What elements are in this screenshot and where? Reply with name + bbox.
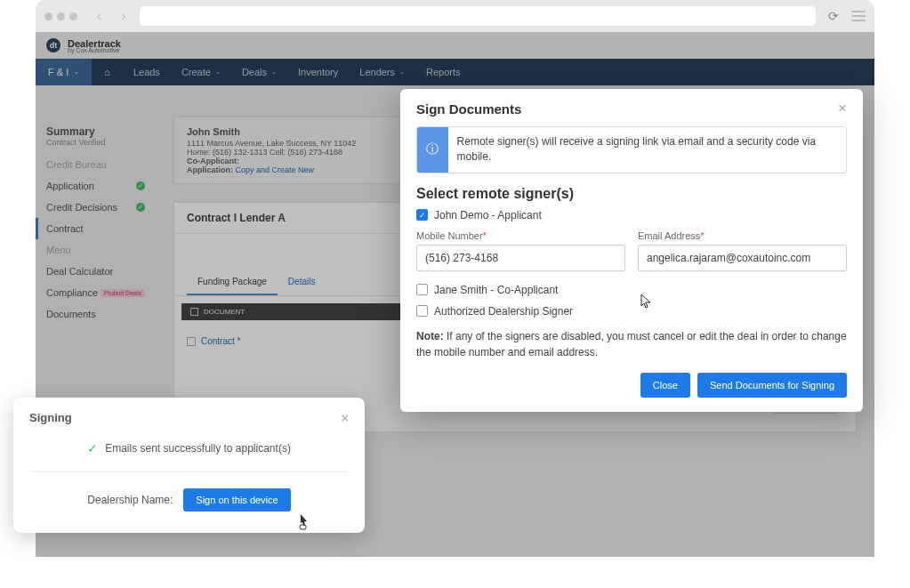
- close-icon[interactable]: ×: [838, 100, 847, 117]
- application-label: Application:: [187, 165, 233, 174]
- nav-lenders[interactable]: Lenders⌄: [349, 67, 415, 77]
- check-icon: ✓: [87, 441, 98, 455]
- sidebar-item-compliance[interactable]: ComplianceProtect Deals: [36, 282, 156, 303]
- check-ok-icon: ✓: [136, 203, 145, 212]
- doc-link[interactable]: Contract *: [201, 336, 240, 346]
- main-navbar: F & I⌄ ⌂ Leads Create⌄ Deals⌄ Inventory …: [36, 59, 874, 85]
- brand-logo-icon: dt: [46, 38, 60, 52]
- signer-2-row[interactable]: Jane Smith - Co-Applicant: [416, 284, 847, 296]
- chevron-down-icon: ⌄: [215, 68, 221, 76]
- chevron-down-icon: ⌄: [74, 68, 79, 76]
- sidebar-item-contract[interactable]: Contract: [36, 218, 156, 239]
- mobile-label: Mobile Number*: [416, 230, 625, 241]
- tab-details[interactable]: Details: [278, 270, 326, 295]
- checkbox-icon[interactable]: [416, 305, 428, 317]
- sign-documents-modal: Sign Documents × ⓘ Remote signer(s) will…: [400, 89, 863, 412]
- signing-popup: Signing × ✓ Emails sent successfully to …: [13, 398, 365, 533]
- dot-red[interactable]: [44, 12, 52, 20]
- chevron-down-icon: ⌄: [271, 68, 277, 76]
- menu-icon[interactable]: [851, 11, 866, 21]
- close-button[interactable]: Close: [640, 373, 690, 398]
- dot-green[interactable]: [69, 12, 77, 20]
- checkbox-icon[interactable]: [416, 284, 428, 295]
- sidebar-summary-sub: Contract Verified: [36, 138, 156, 154]
- send-documents-button[interactable]: Send Documents for Signing: [697, 373, 847, 398]
- sidebar-item-label: Documents: [46, 309, 96, 319]
- brand-bar: dt Dealertrack by Cox Automotive: [36, 32, 874, 59]
- nav-create[interactable]: Create⌄: [171, 67, 231, 77]
- co-applicant-label: Co-Applicant:: [187, 157, 239, 165]
- check-ok-icon: ✓: [136, 181, 145, 190]
- sidebar-item-label: Deal Calculator: [46, 266, 113, 277]
- svg-rect-0: [300, 525, 306, 529]
- forward-icon[interactable]: ›: [115, 7, 133, 25]
- cursor-pointer-icon: [296, 513, 310, 534]
- brand-subtitle: by Cox Automotive: [68, 47, 121, 53]
- chevron-down-icon: ⌄: [399, 68, 405, 76]
- sidebar-summary[interactable]: Summary: [36, 125, 156, 138]
- tab-funding-package[interactable]: Funding Package: [187, 270, 278, 295]
- doc-checkbox[interactable]: [187, 337, 196, 346]
- select-signer-header: Select remote signer(s): [416, 186, 847, 202]
- dot-yellow[interactable]: [57, 12, 65, 20]
- signer-2-label: Jane Smith - Co-Applicant: [434, 284, 558, 296]
- cursor-arrow-icon: [640, 294, 653, 312]
- nav-deals[interactable]: Deals⌄: [231, 67, 287, 77]
- sidebar-item-label: Compliance: [46, 287, 98, 298]
- checkbox-checked-icon[interactable]: ✓: [416, 209, 428, 221]
- info-banner: ⓘ Remote signer(s) will receive a signin…: [416, 126, 847, 173]
- back-icon[interactable]: ‹: [90, 7, 108, 25]
- sidebar-item-menu[interactable]: Menu: [36, 239, 156, 261]
- dealership-name-label: Dealership Name:: [87, 494, 173, 506]
- info-icon: ⓘ: [417, 127, 448, 173]
- nav-reports[interactable]: Reports: [415, 67, 471, 77]
- signer-1-row[interactable]: ✓ John Demo - Applicant: [416, 209, 847, 222]
- sign-on-device-button[interactable]: Sign on this device: [183, 488, 290, 511]
- nav-fni[interactable]: F & I⌄: [36, 59, 92, 85]
- home-icon[interactable]: ⌂: [92, 67, 123, 77]
- signing-title: Signing: [29, 411, 72, 424]
- modal-note: Note: If any of the signers are disabled…: [416, 328, 847, 360]
- close-icon[interactable]: ×: [341, 410, 349, 425]
- mobile-input[interactable]: [416, 245, 625, 271]
- signer-3-row[interactable]: Authorized Dealership Signer: [416, 305, 847, 318]
- sidebar-item-label: Application: [46, 181, 94, 191]
- window-dots: [44, 12, 77, 20]
- sidebar-item-label: Credit Bureau: [46, 159, 107, 170]
- browser-chrome: ‹ › ⟳: [36, 0, 874, 32]
- modal-title: Sign Documents: [416, 101, 521, 117]
- email-label: Email Address*: [638, 230, 847, 241]
- address-bar[interactable]: [140, 6, 816, 26]
- sidebar-item-documents[interactable]: Documents: [36, 303, 156, 325]
- sidebar-item-application[interactable]: Application✓: [36, 175, 156, 197]
- sidebar-item-label: Menu: [46, 245, 71, 255]
- sidebar-item-credit-bureau[interactable]: Credit Bureau: [36, 154, 156, 175]
- copy-create-link[interactable]: Copy and Create New: [236, 165, 315, 174]
- signer-1-label: John Demo - Applicant: [434, 209, 542, 222]
- sidebar-item-credit-decisions[interactable]: Credit Decisions✓: [36, 197, 156, 218]
- signing-success-msg: ✓ Emails sent successfully to applicant(…: [29, 441, 349, 472]
- nav-leads[interactable]: Leads: [123, 67, 171, 77]
- reload-icon[interactable]: ⟳: [823, 9, 844, 23]
- compliance-badge: Protect Deals: [101, 289, 145, 297]
- sidebar-item-label: Credit Decisions: [46, 202, 117, 213]
- info-text: Remote signer(s) will receive a signing …: [448, 127, 846, 173]
- signer-3-label: Authorized Dealership Signer: [434, 305, 573, 318]
- sidebar-item-label: Contract: [46, 223, 84, 234]
- nav-inventory[interactable]: Inventory: [287, 67, 349, 77]
- email-input[interactable]: [638, 245, 847, 271]
- sidebar-item-deal-calculator[interactable]: Deal Calculator: [36, 261, 156, 282]
